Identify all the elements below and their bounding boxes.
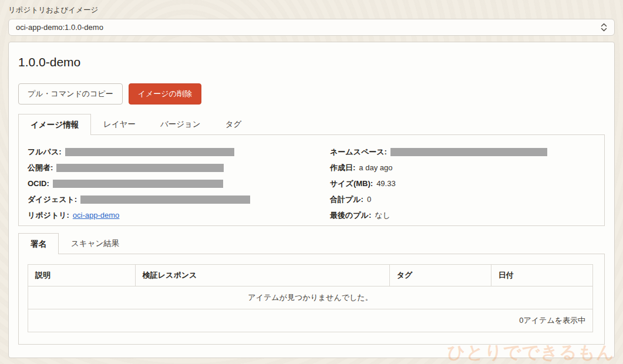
tab-layers[interactable]: レイヤー bbox=[91, 114, 148, 134]
tab-signatures[interactable]: 署名 bbox=[18, 233, 59, 254]
signatures-panel: 説明 検証レスポンス タグ 日付 アイテムが見つかりませんでした。 0アイテムを… bbox=[18, 254, 605, 345]
delete-image-button[interactable]: イメージの削除 bbox=[129, 83, 201, 105]
tab-scan-results[interactable]: スキャン結果 bbox=[59, 233, 132, 254]
field-publisher: 公開者: bbox=[28, 160, 330, 176]
empty-state-message: アイテムが見つかりませんでした。 bbox=[28, 287, 593, 309]
tab-tags[interactable]: タグ bbox=[213, 114, 254, 134]
image-detail-tabbar: イメージ情報 レイヤー バージョン タグ bbox=[18, 114, 605, 134]
info-column-left: フルパス: 公開者: OCID: ダイジェスト: リポジトリ: oc bbox=[28, 144, 330, 223]
created-label: 作成日: bbox=[330, 163, 355, 173]
repository-image-select-value: oci-app-demo:1.0.0-demo bbox=[16, 23, 103, 32]
repository-image-select[interactable]: oci-app-demo:1.0.0-demo bbox=[8, 19, 615, 36]
repository-label: リポジトリ: bbox=[28, 210, 69, 221]
items-shown-count: 0アイテムを表示中 bbox=[28, 309, 593, 332]
table-footer-row: 0アイテムを表示中 bbox=[28, 309, 593, 332]
info-column-right: ネームスペース: 作成日: a day ago サイズ(MB): 49.33 合… bbox=[330, 144, 595, 223]
full-path-label: フルパス: bbox=[28, 147, 62, 157]
digest-label: ダイジェスト: bbox=[28, 194, 77, 205]
redacted-value bbox=[56, 164, 224, 172]
signatures-table: 説明 検証レスポンス タグ 日付 アイテムが見つかりませんでした。 0アイテムを… bbox=[28, 264, 593, 332]
total-pulls-label: 合計プル: bbox=[330, 194, 363, 205]
field-ocid: OCID: bbox=[28, 176, 330, 191]
size-label: サイズ(MB): bbox=[330, 178, 373, 189]
tab-versions[interactable]: バージョン bbox=[148, 114, 213, 134]
empty-state-row: アイテムが見つかりませんでした。 bbox=[28, 287, 593, 309]
column-header-date: 日付 bbox=[491, 265, 592, 287]
last-pull-value: なし bbox=[375, 210, 390, 221]
publisher-label: 公開者: bbox=[28, 163, 53, 173]
last-pull-label: 最後のプル: bbox=[330, 210, 371, 221]
repository-selector-label: リポジトリおよびイメージ bbox=[8, 5, 615, 15]
field-repository: リポジトリ: oci-app-demo bbox=[28, 207, 330, 223]
image-detail-card: 1.0.0-demo プル・コマンドのコピー イメージの削除 イメージ情報 レイ… bbox=[8, 42, 615, 358]
namespace-label: ネームスペース: bbox=[330, 147, 387, 157]
field-total-pulls: 合計プル: 0 bbox=[330, 191, 595, 207]
field-digest: ダイジェスト: bbox=[28, 191, 330, 207]
image-info-panel: フルパス: 公開者: OCID: ダイジェスト: リポジトリ: oc bbox=[18, 134, 605, 226]
redacted-value bbox=[80, 196, 250, 204]
field-namespace: ネームスペース: bbox=[330, 144, 595, 160]
action-buttons: プル・コマンドのコピー イメージの削除 bbox=[18, 83, 605, 105]
total-pulls-value: 0 bbox=[367, 195, 371, 204]
table-header-row: 説明 検証レスポンス タグ 日付 bbox=[28, 265, 593, 287]
ocid-label: OCID: bbox=[28, 179, 49, 188]
size-value: 49.33 bbox=[376, 179, 396, 188]
repository-link[interactable]: oci-app-demo bbox=[73, 211, 120, 220]
page: リポジトリおよびイメージ oci-app-demo:1.0.0-demo 1.0… bbox=[0, 0, 623, 358]
column-header-description: 説明 bbox=[28, 265, 136, 287]
select-updown-icon bbox=[601, 23, 607, 32]
redacted-value bbox=[65, 148, 234, 156]
redacted-value bbox=[390, 148, 547, 156]
page-title: 1.0.0-demo bbox=[18, 55, 605, 69]
redacted-value bbox=[53, 180, 223, 188]
field-last-pull: 最後のプル: なし bbox=[330, 207, 595, 223]
signature-tabbar: 署名 スキャン結果 bbox=[18, 233, 605, 254]
tab-image-info[interactable]: イメージ情報 bbox=[18, 114, 91, 135]
field-created: 作成日: a day ago bbox=[330, 160, 595, 176]
created-value: a day ago bbox=[359, 163, 392, 172]
column-header-verification-response: 検証レスポンス bbox=[135, 265, 389, 287]
column-header-tag: タグ bbox=[389, 265, 491, 287]
copy-pull-command-button[interactable]: プル・コマンドのコピー bbox=[18, 83, 123, 105]
field-full-path: フルパス: bbox=[28, 144, 330, 160]
field-size: サイズ(MB): 49.33 bbox=[330, 176, 595, 191]
